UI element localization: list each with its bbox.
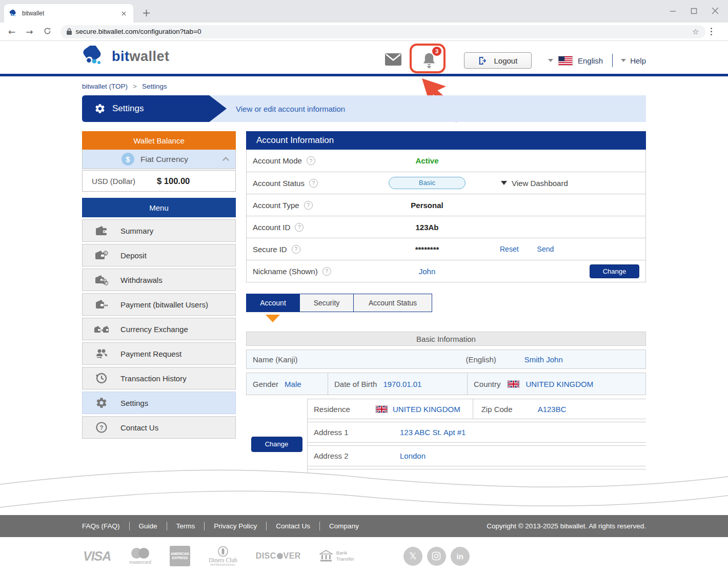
- sidebar-item-deposit[interactable]: $ Deposit: [82, 244, 236, 266]
- sidebar-item-label: Settings: [120, 399, 148, 407]
- tab-account[interactable]: Account: [246, 294, 300, 312]
- footer-link-guide[interactable]: Guide: [139, 522, 157, 530]
- favicon-bitwallet: [9, 10, 17, 17]
- secure-id-value: ********: [371, 245, 483, 254]
- wallet-icon: [94, 225, 109, 236]
- mastercard-logo: mastercard: [129, 548, 151, 565]
- breadcrumb-home[interactable]: bitwallet (TOP): [82, 83, 128, 90]
- diners-club-logo: Diners Club INTERNATIONAL: [209, 546, 237, 566]
- sidebar-item-label: Contact Us: [120, 423, 158, 432]
- account-id-row: Account ID? 123Ab: [247, 216, 645, 238]
- x-twitter-icon[interactable]: 𝕏: [403, 547, 422, 566]
- linkedin-icon[interactable]: in: [451, 547, 470, 566]
- logout-button[interactable]: Logout: [464, 52, 532, 69]
- svg-text:?: ?: [99, 424, 103, 432]
- help-icon[interactable]: ?: [304, 201, 313, 210]
- url-bar[interactable]: secure.bitwallet.com/configuration?tab=0…: [60, 25, 705, 38]
- reload-icon[interactable]: [44, 27, 51, 37]
- sidebar-item-settings[interactable]: Settings: [82, 392, 236, 414]
- chevron-up-icon: [223, 157, 229, 163]
- menu-header: Menu: [82, 198, 236, 217]
- balance-currency: USD (Dollar): [92, 177, 135, 186]
- tab-security[interactable]: Security: [300, 294, 354, 312]
- currency-exchange-icon: [94, 323, 109, 335]
- footer-divider: [129, 522, 130, 530]
- notification-bell[interactable]: 3: [416, 49, 442, 72]
- browser-tab[interactable]: bitwallet: [4, 4, 133, 23]
- address2-label: Address 2: [314, 451, 400, 460]
- help-icon[interactable]: ?: [307, 156, 315, 165]
- nickname-label: Nickname (Shown): [253, 267, 318, 276]
- forward-icon[interactable]: →: [26, 27, 33, 37]
- window-close-icon[interactable]: [712, 7, 719, 14]
- nickname-value: John: [371, 267, 483, 276]
- tab-close-icon[interactable]: [119, 9, 128, 18]
- browser-menu-icon[interactable]: [711, 28, 712, 35]
- fiat-currency-row[interactable]: $ Fiat Currency: [82, 150, 236, 169]
- notification-badge: 3: [432, 47, 441, 56]
- help-icon[interactable]: ?: [309, 179, 318, 188]
- gender-value: Male: [285, 380, 301, 388]
- wallet-balance-header: Wallet Balance: [82, 131, 236, 150]
- browser-url-row: ← → secure.bitwallet.com/configuration?t…: [0, 23, 728, 41]
- sidebar-item-withdrawals[interactable]: $ Withdrawals: [82, 269, 236, 291]
- account-mode-value: Active: [371, 156, 483, 165]
- send-link[interactable]: Send: [537, 245, 554, 253]
- sidebar-item-label: Deposit: [120, 251, 147, 260]
- help-menu[interactable]: Help: [621, 56, 646, 65]
- sidebar-item-payment-request[interactable]: Payment Request: [82, 342, 236, 365]
- reset-link[interactable]: Reset: [500, 245, 519, 253]
- bookmark-star-icon[interactable]: ☆: [692, 27, 699, 36]
- mail-icon[interactable]: [385, 53, 401, 68]
- logo-text: bitwallet: [112, 49, 170, 65]
- view-dashboard-link[interactable]: View Dashboard: [501, 179, 568, 188]
- site-header: bitwallet 3 Logout English: [0, 42, 728, 74]
- sidebar-item-payment[interactable]: Payment (bitwallet Users): [82, 293, 236, 316]
- account-status-label: Account Status: [253, 179, 305, 188]
- instagram-icon[interactable]: [427, 547, 446, 566]
- new-tab-button[interactable]: [139, 6, 153, 19]
- footer-link-terms[interactable]: Terms: [176, 522, 195, 530]
- change-nickname-button[interactable]: Change: [590, 264, 639, 278]
- change-address-button[interactable]: Change: [251, 437, 302, 452]
- sidebar-item-currency-exchange[interactable]: Currency Exchange: [82, 318, 236, 340]
- bitwallet-logo[interactable]: bitwallet: [82, 46, 170, 67]
- sidebar-item-summary[interactable]: Summary: [82, 219, 236, 242]
- history-clock-icon: [94, 372, 109, 384]
- svg-text:$: $: [105, 252, 107, 255]
- help-icon[interactable]: ?: [322, 267, 331, 276]
- language-selector[interactable]: English: [548, 56, 603, 66]
- language-label: English: [578, 56, 603, 65]
- country-value: UNITED KINGDOM: [526, 380, 594, 388]
- help-icon[interactable]: ?: [295, 223, 304, 232]
- address3-label: Address 3: [314, 475, 400, 484]
- window-maximize-icon[interactable]: [691, 8, 697, 14]
- copyright-text: Copyright © 2013-2025 bitwallet. All rig…: [487, 522, 646, 530]
- help-icon[interactable]: ?: [292, 245, 300, 254]
- account-id-value: 123Ab: [371, 223, 483, 232]
- sidebar-item-label: Withdrawals: [120, 276, 163, 284]
- us-flag-icon: [558, 56, 573, 66]
- settings-banner-arrow: Settings: [82, 95, 227, 122]
- tab-title: bitwallet: [22, 10, 119, 17]
- sidebar-item-label: Summary: [120, 227, 153, 235]
- gear-icon: [94, 397, 109, 409]
- tab-account-status[interactable]: Account Status: [354, 294, 432, 312]
- sidebar-item-contact-us[interactable]: ? Contact Us: [82, 416, 236, 439]
- footer-link-privacy[interactable]: Privacy Policy: [214, 522, 257, 530]
- settings-banner: Settings View or edit account informatio…: [82, 95, 646, 122]
- sidebar-item-transaction-history[interactable]: Transaction History: [82, 367, 236, 389]
- section-tabs: Account Security Account Status: [246, 294, 646, 312]
- footer-link-contact[interactable]: Contact Us: [276, 522, 310, 530]
- window-minimize-icon[interactable]: [670, 8, 676, 14]
- footer-divider: [204, 522, 205, 530]
- footer-link-faq[interactable]: FAQs (FAQ): [82, 522, 120, 530]
- footer-link-company[interactable]: Company: [329, 522, 359, 530]
- back-icon[interactable]: ←: [8, 27, 15, 37]
- account-type-label: Account Type: [253, 201, 299, 210]
- balance-row: USD (Dollar) $ 100.00: [82, 170, 236, 192]
- gear-icon: [94, 103, 106, 114]
- breadcrumb-current: Settings: [142, 83, 167, 90]
- name-row: Name (Kanji) (English) Smith John: [246, 350, 646, 369]
- breadcrumb: bitwallet (TOP) > Settings: [82, 83, 646, 90]
